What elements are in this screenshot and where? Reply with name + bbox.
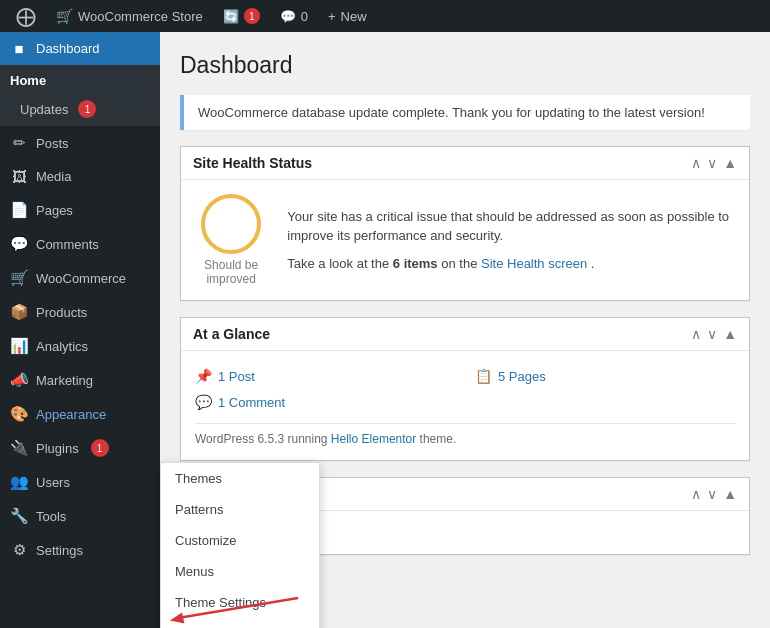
health-circle-container: Should be improved	[195, 194, 267, 286]
collapse-down-btn[interactable]: ∨	[707, 155, 717, 171]
qd-expand-btn[interactable]: ▲	[723, 486, 737, 502]
site-health-header: Site Health Status ∧ ∨ ▲	[181, 147, 749, 180]
plugins-badge: 1	[91, 439, 109, 457]
health-status-circle	[201, 194, 261, 254]
collapse-up-btn[interactable]: ∧	[691, 155, 701, 171]
sidebar-home-label[interactable]: Home	[0, 65, 160, 96]
site-health-link[interactable]: Site Health screen	[481, 256, 587, 271]
theme-link[interactable]: Hello Elementor	[331, 432, 416, 446]
new-content-link[interactable]: + New	[320, 0, 375, 32]
updates-link[interactable]: 🔄 1	[215, 0, 268, 32]
submenu-patterns[interactable]: Patterns	[161, 494, 319, 525]
health-period: .	[591, 256, 595, 271]
ag-expand-btn[interactable]: ▲	[723, 326, 737, 342]
sidebar-item-woocommerce[interactable]: 🛒 WooCommerce	[0, 261, 160, 295]
ag-collapse-up-btn[interactable]: ∧	[691, 326, 701, 342]
updates-label: Updates	[20, 102, 68, 117]
settings-icon: ⚙	[10, 541, 28, 559]
qd-collapse-down-btn[interactable]: ∨	[707, 486, 717, 502]
updates-badge: 1	[78, 100, 96, 118]
glance-pages: 📋 5 Pages	[475, 365, 735, 387]
at-a-glance-controls: ∧ ∨ ▲	[691, 326, 737, 342]
marketing-label: Marketing	[36, 373, 93, 388]
sidebar-item-analytics[interactable]: 📊 Analytics	[0, 329, 160, 363]
submenu-menus[interactable]: Menus	[161, 556, 319, 587]
wp-icon: ⨁	[16, 4, 36, 28]
appearance-icon: 🎨	[10, 405, 28, 423]
main-layout: ■ Dashboard Home Updates 1 ✏ Posts 🖼 Med…	[0, 32, 770, 628]
glance-comments: 💬 1 Comment	[195, 391, 455, 413]
updates-count: 1	[244, 8, 260, 24]
woo-icon: 🛒	[10, 269, 28, 287]
sidebar-item-marketing[interactable]: 📣 Marketing	[0, 363, 160, 397]
wp-logo-btn[interactable]: ⨁	[8, 0, 44, 32]
site-health-controls: ∧ ∨ ▲	[691, 155, 737, 171]
plus-icon: +	[328, 9, 336, 24]
products-label: Products	[36, 305, 87, 320]
sidebar-item-updates[interactable]: Updates 1	[0, 96, 160, 126]
new-label: New	[341, 9, 367, 24]
sidebar: ■ Dashboard Home Updates 1 ✏ Posts 🖼 Med…	[0, 32, 160, 628]
at-a-glance-title: At a Glance	[193, 326, 270, 342]
sidebar-item-users[interactable]: 👥 Users	[0, 465, 160, 499]
posts-count-link[interactable]: 1 Post	[218, 369, 255, 384]
woo-label: WooCommerce	[36, 271, 126, 286]
sidebar-item-products[interactable]: 📦 Products	[0, 295, 160, 329]
appearance-label: Appearance	[36, 407, 106, 422]
submenu-theme-file-editor[interactable]: Theme File Editor	[161, 618, 319, 628]
health-content: Should be improved Your site has a criti…	[195, 194, 735, 286]
users-label: Users	[36, 475, 70, 490]
sidebar-item-appearance[interactable]: 🎨 Appearance	[0, 397, 160, 431]
comments-count: 0	[301, 9, 308, 24]
at-a-glance-header: At a Glance ∧ ∨ ▲	[181, 318, 749, 351]
submenu-theme-settings[interactable]: Theme Settings	[161, 587, 319, 618]
health-message: Your site has a critical issue that shou…	[287, 207, 735, 246]
store-icon: 🛒	[56, 8, 73, 24]
customize-label: Customize	[175, 533, 236, 548]
health-count: 6 items	[393, 256, 438, 271]
sidebar-item-comments[interactable]: 💬 Comments	[0, 227, 160, 261]
sidebar-item-plugins[interactable]: 🔌 Plugins 1	[0, 431, 160, 465]
plugins-icon: 🔌	[10, 439, 28, 457]
store-label: WooCommerce Store	[78, 9, 203, 24]
sidebar-item-tools[interactable]: 🔧 Tools	[0, 499, 160, 533]
pages-icon: 📄	[10, 201, 28, 219]
wp-version-info: WordPress 6.5.3 running Hello Elementor …	[195, 423, 735, 446]
submenu-themes[interactable]: Themes	[161, 463, 319, 494]
quick-draft-controls: ∧ ∨ ▲	[691, 486, 737, 502]
analytics-icon: 📊	[10, 337, 28, 355]
products-icon: 📦	[10, 303, 28, 321]
comments-count-link[interactable]: 1 Comment	[218, 395, 285, 410]
sidebar-dashboard-label: Dashboard	[36, 41, 100, 56]
at-a-glance-widget: At a Glance ∧ ∨ ▲ 📌 1 Post 📋 5 Pages	[180, 317, 750, 461]
media-label: Media	[36, 169, 71, 184]
comment-icon: 💬	[195, 394, 212, 410]
submenu-customize[interactable]: Customize	[161, 525, 319, 556]
posts-label: Posts	[36, 136, 69, 151]
expand-btn[interactable]: ▲	[723, 155, 737, 171]
comments-icon: 💬	[280, 9, 296, 24]
qd-collapse-up-btn[interactable]: ∧	[691, 486, 701, 502]
health-link-mid: on the	[441, 256, 481, 271]
pages-count-link[interactable]: 5 Pages	[498, 369, 546, 384]
site-health-widget: Site Health Status ∧ ∨ ▲ Should be impro…	[180, 146, 750, 301]
marketing-icon: 📣	[10, 371, 28, 389]
sidebar-item-media[interactable]: 🖼 Media	[0, 160, 160, 193]
pin-icon: 📌	[195, 368, 212, 384]
health-status-label: Should be improved	[195, 258, 267, 286]
comments-link[interactable]: 💬 0	[272, 0, 316, 32]
glance-posts: 📌 1 Post	[195, 365, 455, 387]
sidebar-item-pages[interactable]: 📄 Pages	[0, 193, 160, 227]
store-link[interactable]: 🛒 WooCommerce Store	[48, 0, 211, 32]
sidebar-item-dashboard[interactable]: ■ Dashboard	[0, 32, 160, 65]
analytics-label: Analytics	[36, 339, 88, 354]
home-section: Home Updates 1	[0, 65, 160, 126]
plugins-label: Plugins	[36, 441, 79, 456]
sidebar-item-settings[interactable]: ⚙ Settings	[0, 533, 160, 567]
sidebar-item-posts[interactable]: ✏ Posts	[0, 126, 160, 160]
ag-collapse-down-btn[interactable]: ∨	[707, 326, 717, 342]
notice-text: WooCommerce database update complete. Th…	[198, 105, 736, 120]
tools-icon: 🔧	[10, 507, 28, 525]
health-description: Your site has a critical issue that shou…	[287, 207, 735, 274]
menus-label: Menus	[175, 564, 214, 579]
